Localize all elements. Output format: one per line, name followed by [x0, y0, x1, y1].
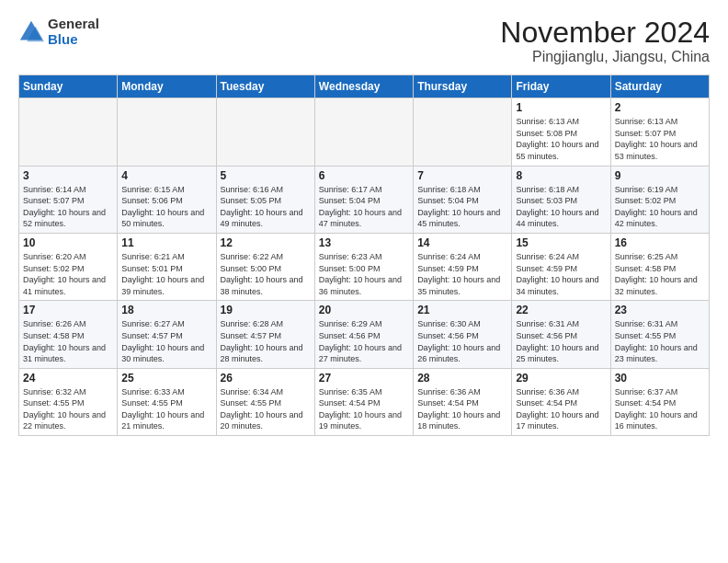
calendar-cell: 10Sunrise: 6:20 AMSunset: 5:02 PMDayligh…	[19, 233, 118, 300]
col-sunday: Sunday	[19, 75, 118, 98]
calendar-cell: 27Sunrise: 6:35 AMSunset: 4:54 PMDayligh…	[314, 368, 413, 435]
page: General Blue November 2024 Pingjianglu, …	[0, 0, 728, 563]
subtitle: Pingjianglu, Jiangsu, China	[500, 49, 710, 65]
day-info: Sunrise: 6:16 AMSunset: 5:05 PMDaylight:…	[221, 184, 311, 230]
logo-text: General Blue	[48, 17, 99, 47]
col-saturday: Saturday	[610, 75, 709, 98]
title-block: November 2024 Pingjianglu, Jiangsu, Chin…	[500, 17, 710, 65]
day-info: Sunrise: 6:22 AMSunset: 5:00 PMDaylight:…	[221, 251, 311, 297]
day-info: Sunrise: 6:23 AMSunset: 5:00 PMDaylight:…	[319, 251, 409, 297]
day-info: Sunrise: 6:36 AMSunset: 4:54 PMDaylight:…	[516, 386, 606, 432]
day-info: Sunrise: 6:28 AMSunset: 4:57 PMDaylight:…	[221, 318, 311, 364]
logo-general-text: General	[48, 17, 99, 32]
calendar-cell: 23Sunrise: 6:31 AMSunset: 4:55 PMDayligh…	[610, 301, 709, 368]
main-title: November 2024	[500, 17, 710, 49]
calendar-cell: 16Sunrise: 6:25 AMSunset: 4:58 PMDayligh…	[610, 233, 709, 300]
day-number: 7	[417, 169, 507, 182]
day-info: Sunrise: 6:14 AMSunset: 5:07 PMDaylight:…	[23, 184, 113, 230]
day-number: 14	[417, 236, 507, 249]
week-row-1: 3Sunrise: 6:14 AMSunset: 5:07 PMDaylight…	[19, 166, 710, 233]
day-info: Sunrise: 6:34 AMSunset: 4:55 PMDaylight:…	[221, 386, 311, 432]
day-number: 30	[615, 372, 705, 385]
week-row-0: 1Sunrise: 6:13 AMSunset: 5:08 PMDaylight…	[19, 98, 710, 166]
day-info: Sunrise: 6:32 AMSunset: 4:55 PMDaylight:…	[23, 386, 113, 432]
calendar-cell: 20Sunrise: 6:29 AMSunset: 4:56 PMDayligh…	[314, 301, 413, 368]
calendar-cell: 24Sunrise: 6:32 AMSunset: 4:55 PMDayligh…	[19, 368, 118, 435]
day-number: 17	[23, 304, 113, 316]
calendar-cell: 3Sunrise: 6:14 AMSunset: 5:07 PMDaylight…	[19, 166, 118, 233]
col-monday: Monday	[118, 75, 216, 98]
day-number: 24	[23, 372, 113, 385]
day-info: Sunrise: 6:19 AMSunset: 5:02 PMDaylight:…	[615, 184, 705, 230]
calendar-cell: 6Sunrise: 6:17 AMSunset: 5:04 PMDaylight…	[314, 166, 413, 233]
day-info: Sunrise: 6:15 AMSunset: 5:06 PMDaylight:…	[121, 184, 211, 230]
day-info: Sunrise: 6:35 AMSunset: 4:54 PMDaylight:…	[319, 386, 409, 432]
day-number: 2	[615, 101, 705, 114]
logo-blue-text: Blue	[48, 32, 99, 48]
calendar-cell: 26Sunrise: 6:34 AMSunset: 4:55 PMDayligh…	[216, 368, 314, 435]
day-info: Sunrise: 6:13 AMSunset: 5:07 PMDaylight:…	[615, 116, 705, 162]
day-number: 6	[319, 169, 409, 182]
calendar-cell	[216, 98, 314, 166]
day-info: Sunrise: 6:20 AMSunset: 5:02 PMDaylight:…	[23, 251, 113, 297]
calendar-cell: 18Sunrise: 6:27 AMSunset: 4:57 PMDayligh…	[118, 301, 216, 368]
day-number: 19	[221, 304, 311, 316]
header: General Blue November 2024 Pingjianglu, …	[18, 17, 710, 65]
calendar-cell: 4Sunrise: 6:15 AMSunset: 5:06 PMDaylight…	[118, 166, 216, 233]
day-number: 4	[121, 169, 211, 182]
day-number: 28	[417, 372, 507, 385]
day-info: Sunrise: 6:37 AMSunset: 4:54 PMDaylight:…	[615, 386, 705, 432]
calendar-cell: 21Sunrise: 6:30 AMSunset: 4:56 PMDayligh…	[414, 301, 512, 368]
calendar-header-row: Sunday Monday Tuesday Wednesday Thursday…	[19, 75, 710, 98]
day-number: 18	[121, 304, 211, 316]
day-info: Sunrise: 6:13 AMSunset: 5:08 PMDaylight:…	[516, 116, 606, 162]
week-row-2: 10Sunrise: 6:20 AMSunset: 5:02 PMDayligh…	[19, 233, 710, 300]
day-info: Sunrise: 6:31 AMSunset: 4:56 PMDaylight:…	[516, 318, 606, 364]
calendar-cell	[414, 98, 512, 166]
calendar-cell: 13Sunrise: 6:23 AMSunset: 5:00 PMDayligh…	[314, 233, 413, 300]
calendar-cell: 19Sunrise: 6:28 AMSunset: 4:57 PMDayligh…	[216, 301, 314, 368]
day-info: Sunrise: 6:30 AMSunset: 4:56 PMDaylight:…	[417, 318, 507, 364]
day-info: Sunrise: 6:26 AMSunset: 4:58 PMDaylight:…	[23, 318, 113, 364]
day-number: 8	[516, 169, 606, 182]
day-number: 1	[516, 101, 606, 114]
col-friday: Friday	[512, 75, 610, 98]
day-number: 29	[516, 372, 606, 385]
day-number: 22	[516, 304, 606, 316]
day-number: 20	[319, 304, 409, 316]
calendar-cell: 30Sunrise: 6:37 AMSunset: 4:54 PMDayligh…	[610, 368, 709, 435]
calendar-cell: 12Sunrise: 6:22 AMSunset: 5:00 PMDayligh…	[216, 233, 314, 300]
calendar-cell: 29Sunrise: 6:36 AMSunset: 4:54 PMDayligh…	[512, 368, 610, 435]
day-number: 13	[319, 236, 409, 249]
day-number: 10	[23, 236, 113, 249]
day-number: 3	[23, 169, 113, 182]
calendar-cell: 5Sunrise: 6:16 AMSunset: 5:05 PMDaylight…	[216, 166, 314, 233]
day-info: Sunrise: 6:24 AMSunset: 4:59 PMDaylight:…	[417, 251, 507, 297]
calendar-cell: 28Sunrise: 6:36 AMSunset: 4:54 PMDayligh…	[414, 368, 512, 435]
calendar-cell: 15Sunrise: 6:24 AMSunset: 4:59 PMDayligh…	[512, 233, 610, 300]
calendar-cell: 11Sunrise: 6:21 AMSunset: 5:01 PMDayligh…	[118, 233, 216, 300]
calendar-cell: 17Sunrise: 6:26 AMSunset: 4:58 PMDayligh…	[19, 301, 118, 368]
day-info: Sunrise: 6:31 AMSunset: 4:55 PMDaylight:…	[615, 318, 705, 364]
day-info: Sunrise: 6:18 AMSunset: 5:04 PMDaylight:…	[417, 184, 507, 230]
day-number: 12	[221, 236, 311, 249]
day-number: 15	[516, 236, 606, 249]
day-number: 26	[221, 372, 311, 385]
day-info: Sunrise: 6:27 AMSunset: 4:57 PMDaylight:…	[121, 318, 211, 364]
calendar-cell	[314, 98, 413, 166]
logo: General Blue	[18, 17, 99, 47]
day-info: Sunrise: 6:25 AMSunset: 4:58 PMDaylight:…	[615, 251, 705, 297]
calendar-cell: 25Sunrise: 6:33 AMSunset: 4:55 PMDayligh…	[118, 368, 216, 435]
calendar-cell: 22Sunrise: 6:31 AMSunset: 4:56 PMDayligh…	[512, 301, 610, 368]
day-number: 9	[615, 169, 705, 182]
day-number: 11	[121, 236, 211, 249]
day-info: Sunrise: 6:36 AMSunset: 4:54 PMDaylight:…	[417, 386, 507, 432]
day-info: Sunrise: 6:33 AMSunset: 4:55 PMDaylight:…	[121, 386, 211, 432]
calendar-cell: 9Sunrise: 6:19 AMSunset: 5:02 PMDaylight…	[610, 166, 709, 233]
calendar-cell: 7Sunrise: 6:18 AMSunset: 5:04 PMDaylight…	[414, 166, 512, 233]
calendar-cell: 8Sunrise: 6:18 AMSunset: 5:03 PMDaylight…	[512, 166, 610, 233]
col-tuesday: Tuesday	[216, 75, 314, 98]
calendar-cell: 2Sunrise: 6:13 AMSunset: 5:07 PMDaylight…	[610, 98, 709, 166]
col-thursday: Thursday	[414, 75, 512, 98]
calendar-cell: 1Sunrise: 6:13 AMSunset: 5:08 PMDaylight…	[512, 98, 610, 166]
